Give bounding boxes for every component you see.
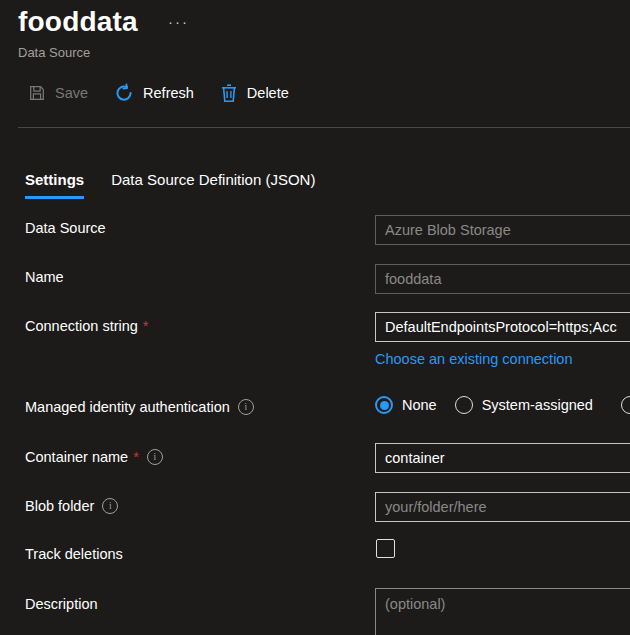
page-subtitle: Data Source — [18, 45, 90, 60]
blob-folder-input[interactable] — [375, 492, 630, 522]
radio-system-assigned-circle — [455, 396, 473, 414]
container-name-input[interactable] — [375, 443, 630, 473]
page-title: fooddata — [18, 6, 138, 38]
description-textarea[interactable] — [375, 588, 630, 635]
track-deletions-label: Track deletions — [25, 546, 123, 562]
tab-data-source-definition-json[interactable]: Data Source Definition (JSON) — [111, 171, 315, 199]
track-deletions-checkbox[interactable] — [376, 539, 395, 558]
trash-can-icon — [220, 83, 238, 103]
command-bar: Save Refresh Delete — [28, 83, 289, 103]
delete-button-label: Delete — [247, 85, 289, 101]
info-icon[interactable] — [102, 498, 118, 514]
container-name-label: Container name * — [25, 449, 163, 465]
managed-identity-label: Managed identity authentication — [25, 399, 254, 415]
radio-none-circle — [375, 396, 393, 414]
save-button[interactable]: Save — [28, 84, 88, 102]
more-options-icon[interactable]: ··· — [168, 13, 189, 30]
radio-cutoff-circle[interactable] — [621, 396, 630, 414]
blob-folder-label: Blob folder — [25, 498, 118, 514]
floppy-disk-icon — [28, 84, 46, 102]
connection-string-input[interactable] — [375, 312, 630, 342]
tab-bar: Settings Data Source Definition (JSON) — [25, 171, 315, 199]
managed-identity-radio-group: None System-assigned — [375, 396, 593, 414]
circular-arrow-icon — [114, 83, 134, 103]
data-source-page: fooddata ··· Data Source Save Refresh — [0, 0, 630, 635]
delete-button[interactable]: Delete — [220, 83, 289, 103]
toolbar-divider — [18, 127, 630, 128]
data-source-label: Data Source — [25, 220, 106, 236]
info-icon[interactable] — [147, 449, 163, 465]
refresh-button[interactable]: Refresh — [114, 83, 194, 103]
connection-string-label: Connection string * — [25, 318, 149, 334]
required-asterisk: * — [143, 318, 149, 334]
info-icon[interactable] — [238, 399, 254, 415]
tab-settings[interactable]: Settings — [25, 171, 84, 199]
required-asterisk: * — [133, 449, 139, 465]
name-input — [375, 264, 630, 294]
description-label: Description — [25, 596, 98, 612]
refresh-button-label: Refresh — [143, 85, 194, 101]
name-label: Name — [25, 269, 64, 285]
radio-system-assigned[interactable]: System-assigned — [455, 396, 593, 414]
data-source-input — [375, 215, 630, 245]
save-button-label: Save — [55, 85, 88, 101]
radio-none[interactable]: None — [375, 396, 437, 414]
choose-existing-connection-link[interactable]: Choose an existing connection — [375, 351, 573, 367]
